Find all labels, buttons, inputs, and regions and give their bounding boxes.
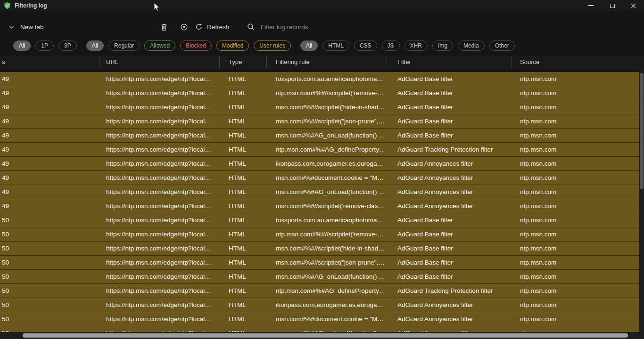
clear-log-button[interactable]: [157, 20, 171, 33]
chip-all[interactable]: All: [13, 40, 31, 51]
cell-url: https://ntp.msn.com/edge/ntp?local…: [106, 129, 216, 142]
chip-regular[interactable]: Regular: [108, 40, 140, 51]
cell-filter: AdGuard Base filter: [397, 242, 508, 255]
adguard-logo-icon: [4, 2, 11, 9]
chip-xhr[interactable]: XHR: [405, 40, 428, 51]
column-header-time[interactable]: s: [2, 56, 96, 69]
cell-type: HTML: [229, 143, 263, 156]
tab-label: New tab: [20, 24, 44, 31]
table-row[interactable]: 50https://ntp.msn.com/edge/ntp?local…HTM…: [0, 270, 639, 284]
horizontal-scrollbar[interactable]: [0, 332, 644, 339]
cell-rule: msn.com#%#//scriptlet("json-prune",…: [276, 114, 384, 128]
cell-source: ntp.msn.com: [520, 114, 603, 128]
table-row[interactable]: 49https://ntp.msn.com/edge/ntp?local…HTM…: [0, 171, 639, 185]
maximize-icon: [610, 4, 615, 8]
table-row[interactable]: 50https://ntp.msn.com/edge/ntp?local…HTM…: [0, 213, 639, 227]
table-row[interactable]: 50https://ntp.msn.com/edge/ntp?local…HTM…: [0, 298, 639, 312]
table-row[interactable]: 49https://ntp.msn.com/edge/ntp?local…HTM…: [0, 199, 639, 213]
cell-source: ntp.msn.com: [520, 256, 603, 269]
chip-css[interactable]: CSS: [354, 40, 377, 51]
chip-modified[interactable]: Modified: [216, 40, 249, 51]
chip-js[interactable]: JS: [382, 40, 400, 51]
filter-chips: All1P3PAllRegularAllowedBlockedModifiedU…: [0, 40, 644, 52]
cell-source: ntp.msn.com: [520, 199, 603, 213]
tab-selector[interactable]: New tab: [8, 21, 44, 33]
cell-source: ntp.msn.com: [520, 171, 603, 185]
window-title: Filtering log: [15, 2, 47, 9]
table-row[interactable]: 49https://ntp.msn.com/edge/ntp?local…HTM…: [0, 129, 639, 143]
column-divider[interactable]: [387, 56, 387, 68]
chip-blocked[interactable]: Blocked: [180, 40, 212, 51]
chip-allowed[interactable]: Allowed: [144, 40, 175, 51]
vertical-scrollbar-thumb[interactable]: [640, 73, 644, 189]
table-row[interactable]: 49https://ntp.msn.com/edge/ntp?local…HTM…: [0, 100, 639, 114]
maximize-button[interactable]: [602, 0, 623, 11]
table-row[interactable]: 50https://ntp.msn.com/edge/ntp?local…HTM…: [0, 326, 639, 332]
table-row[interactable]: 50https://ntp.msn.com/edge/ntp?local…HTM…: [0, 242, 639, 256]
chip-group-status: AllRegularAllowedBlockedModifiedUser rul…: [86, 40, 291, 51]
chip-html[interactable]: HTML: [322, 40, 349, 51]
table-row[interactable]: 49https://ntp.msn.com/edge/ntp?local…HTM…: [0, 185, 639, 199]
cell-source: ntp.msn.com: [520, 185, 603, 199]
column-header-url[interactable]: URL: [106, 56, 216, 69]
cell-type: HTML: [229, 270, 263, 283]
chip-3p[interactable]: 3P: [58, 40, 77, 51]
cell-url: https://ntp.msn.com/edge/ntp?local…: [106, 213, 216, 227]
cell-filter: AdGuard Annoyances filter: [397, 157, 508, 170]
table-row[interactable]: 50https://ntp.msn.com/edge/ntp?local…HTM…: [0, 227, 639, 242]
chip-media[interactable]: Media: [458, 40, 485, 51]
refresh-button[interactable]: Refresh: [195, 20, 229, 33]
table-row[interactable]: 50https://ntp.msn.com/edge/ntp?local…HTM…: [0, 284, 639, 298]
cell-time: 50: [2, 227, 96, 241]
vertical-scrollbar[interactable]: [639, 69, 644, 332]
table-header: s URL Type Filtering rule Filter Source: [0, 56, 644, 69]
cell-type: HTML: [229, 86, 263, 100]
chip-all[interactable]: All: [86, 40, 104, 51]
table-row[interactable]: 49https://ntp.msn.com/edge/ntp?local…HTM…: [0, 114, 639, 129]
cell-time: 49: [2, 143, 96, 156]
chip-other[interactable]: Other: [489, 40, 515, 51]
table-row[interactable]: 49https://ntp.msn.com/edge/ntp?local…HTM…: [0, 157, 639, 171]
close-button[interactable]: [623, 0, 644, 11]
cell-url: https://ntp.msn.com/edge/ntp?local…: [106, 171, 216, 185]
search-input[interactable]: [261, 24, 402, 31]
column-divider[interactable]: [512, 56, 512, 68]
cell-filter: AdGuard Base filter: [397, 72, 508, 86]
cell-type: HTML: [229, 213, 263, 227]
search-icon: [247, 23, 255, 31]
column-divider[interactable]: [605, 56, 605, 68]
chip-all[interactable]: All: [300, 40, 318, 51]
table-row[interactable]: 50https://ntp.msn.com/edge/ntp?local…HTM…: [0, 312, 639, 326]
cell-source: ntp.msn.com: [520, 242, 603, 255]
cell-filter: AdGuard Base filter: [397, 270, 508, 283]
cell-time: 49: [2, 129, 96, 142]
column-header-filter[interactable]: Filter: [397, 56, 508, 69]
cell-url: https://ntp.msn.com/edge/ntp?local…: [106, 227, 216, 241]
table-row[interactable]: 50https://ntp.msn.com/edge/ntp?local…HTM…: [0, 256, 639, 270]
minimize-button[interactable]: [580, 0, 602, 11]
cell-rule: msn.com#%#AG_onLoad(function() …: [276, 270, 384, 283]
cell-time: 49: [2, 100, 96, 114]
chip-user-rules[interactable]: User rules: [254, 40, 291, 51]
record-toggle-button[interactable]: [177, 20, 190, 33]
cell-rule: msn.com#%#AG_onLoad(function() …: [276, 129, 384, 142]
column-divider[interactable]: [219, 56, 220, 68]
column-header-rule[interactable]: Filtering rule: [276, 56, 384, 69]
horizontal-scrollbar-thumb[interactable]: [23, 333, 628, 338]
cell-type: HTML: [229, 114, 263, 128]
cell-url: https://ntp.msn.com/edge/ntp?local…: [106, 72, 216, 86]
table-row[interactable]: 49https://ntp.msn.com/edge/ntp?local…HTM…: [0, 143, 639, 157]
cell-rule: msn.com#%#AG_onLoad(function() …: [276, 185, 384, 199]
column-header-source[interactable]: Source: [520, 56, 603, 69]
cell-time: 49: [2, 171, 96, 185]
column-header-type[interactable]: Type: [229, 56, 263, 69]
column-divider[interactable]: [99, 56, 99, 68]
cell-source: ntp.msn.com: [520, 227, 603, 241]
table-row[interactable]: 49https://ntp.msn.com/edge/ntp?local…HTM…: [0, 72, 639, 86]
cell-type: HTML: [229, 242, 263, 255]
column-divider[interactable]: [266, 56, 267, 68]
chip-1p[interactable]: 1P: [35, 40, 54, 51]
title-bar: Filtering log: [0, 0, 644, 11]
chip-img[interactable]: Img: [432, 40, 453, 51]
table-row[interactable]: 49https://ntp.msn.com/edge/ntp?local…HTM…: [0, 86, 639, 100]
